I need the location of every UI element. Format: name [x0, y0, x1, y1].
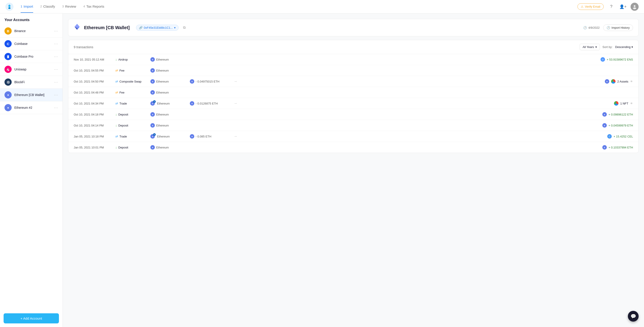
tx-amount-value: - 0.085 ETH	[196, 135, 211, 138]
tx-amount: ♦ - 0.085 ETH	[190, 134, 230, 139]
eth-icon-result: ♦	[602, 145, 607, 150]
avatar[interactable]	[630, 3, 638, 11]
help-button[interactable]: ?	[607, 3, 615, 11]
binance-label: Binance	[14, 29, 54, 33]
eth-cb-wallet-menu[interactable]: ···	[54, 93, 58, 97]
uniswap-label: Uniswap	[14, 68, 54, 71]
coinbase-pro-label: Coinbase Pro	[14, 55, 54, 58]
wallet-name: Ethereum [CB Wallet]	[84, 25, 130, 30]
eye-icon: 👁	[630, 102, 633, 105]
deposit-icon: ↓	[116, 124, 117, 127]
table-row[interactable]: Oct 10, 2021 04:18 PM ↓ Deposit ♦ Ethere…	[68, 109, 638, 120]
coinbase-menu[interactable]: ···	[54, 42, 58, 46]
step-num-4: 4	[83, 5, 85, 8]
wallet-address-button[interactable]: 🔗 0xF45e31Eb88c1C1... ▾	[136, 25, 178, 31]
tx-amount-value: - 0.04975015 ETH	[196, 80, 219, 83]
table-row[interactable]: Oct 10, 2021 04:48 PM ⇄ Fee ♦ Ethereum	[68, 87, 638, 98]
blockfi-label: BlockFi	[14, 80, 54, 84]
logo[interactable]	[6, 3, 14, 11]
sidebar-item-eth-cb-wallet[interactable]: ♦ Ethereum [CB Wallet] ···	[0, 89, 62, 101]
table-row[interactable]: Jan 05, 2021 10:18 PM ⇄ Trade ♦ 6 Ethere…	[68, 131, 638, 142]
sidebar-item-coinbase-pro[interactable]: ▐▌ Coinbase Pro ···	[0, 50, 62, 63]
nav-review-label: Review	[65, 5, 76, 8]
table-row[interactable]: Oct 10, 2021 04:55 PM ⇄ Fee ♦ Ethereum	[68, 65, 638, 76]
uniswap-menu[interactable]: ···	[54, 67, 58, 72]
copy-address-button[interactable]: ⧉	[182, 25, 186, 31]
eth-icon: ♦	[150, 145, 155, 150]
sort-label: Sort by:	[602, 45, 613, 49]
coinbase-label: Coinbase	[14, 42, 54, 46]
sidebar-item-coinbase[interactable]: C Coinbase ···	[0, 38, 62, 50]
tx-asset: ♦ Ethereum	[150, 57, 186, 62]
arrow-icon: →	[234, 134, 237, 138]
tx-type: ↓ Deposit	[116, 124, 147, 127]
coinbase-icon: C	[4, 40, 12, 47]
blockfi-menu[interactable]: ···	[54, 80, 58, 85]
tx-asset: ♦ Ethereum	[150, 68, 186, 73]
sidebar-title: Your Accounts	[0, 14, 62, 25]
step-num-1: 1	[20, 5, 22, 8]
nav-tax-reports[interactable]: 4 Tax Reports	[83, 1, 104, 13]
tx-asset: ♦ 6 Ethereum	[150, 101, 186, 106]
eth2-menu[interactable]: ···	[54, 105, 58, 110]
table-row[interactable]: Oct 10, 2021 04:14 PM ↓ Deposit ♦ Ethere…	[68, 120, 638, 131]
year-filter-dropdown[interactable]: All Years ▾	[580, 44, 600, 50]
nav-classify-label: Classify	[43, 5, 55, 8]
chevron-down-icon-sort: ▾	[632, 45, 633, 49]
eth-icon-result: ♦	[605, 79, 609, 84]
history-icon: 🕐	[606, 26, 610, 29]
eth2-label: Ethereum #2	[14, 106, 54, 109]
tx-type-label: Trade	[120, 135, 127, 138]
add-account-button[interactable]: + Add Account	[4, 313, 59, 323]
tx-date: Oct 10, 2021 04:48 PM	[74, 91, 112, 94]
topnav: 1 Import 2 Classify 3 Review 4 Tax Repor…	[0, 0, 644, 14]
tx-date: Oct 10, 2021 04:34 PM	[74, 102, 112, 105]
step-num-2: 2	[40, 5, 42, 8]
sidebar-item-eth2[interactable]: ♦ Ethereum #2 ···	[0, 101, 62, 114]
sidebar-item-uniswap[interactable]: 🦄 Uniswap ···	[0, 63, 62, 76]
eth-icon: ♦	[190, 101, 194, 106]
wallet-date-value: 4/9/2022	[588, 26, 600, 29]
verify-email-button[interactable]: ⚠ Verify Email	[578, 3, 604, 10]
tx-asset: ♦ Ethereum	[150, 123, 186, 128]
deposit-icon: ↓	[116, 113, 117, 116]
wallet-header-right: 🕐 4/9/2022 🕐 Import History	[583, 25, 633, 31]
eth-icon: ♦	[190, 134, 194, 139]
eth-icon: ♦	[150, 90, 155, 95]
tx-date: Jan 05, 2021 10:01 PM	[74, 146, 112, 149]
tx-asset-name: Ethereum	[156, 69, 169, 72]
binance-menu[interactable]: ···	[54, 29, 58, 34]
tx-asset: ♦ Ethereum	[150, 90, 186, 95]
tx-result: ♦ + 0.10337994 ETH	[602, 145, 633, 150]
nav-classify[interactable]: 2 Classify	[40, 1, 55, 13]
eth-icon-result: ♦	[602, 112, 607, 117]
nav-review[interactable]: 3 Review	[62, 1, 76, 13]
fee-icon: ⇄	[116, 69, 118, 72]
chat-button[interactable]: 💬	[628, 311, 638, 321]
eth-icon: ♦	[150, 57, 155, 62]
table-row[interactable]: Nov 10, 2021 05:12 AM ↓ Airdrop ♦ Ethere…	[68, 54, 638, 65]
sort-dropdown[interactable]: Descending ▾	[615, 45, 633, 49]
add-user-button[interactable]: 👤+	[619, 3, 627, 11]
eth-icon: ♦	[150, 68, 155, 73]
eth-icon: ♦	[150, 123, 155, 128]
binance-icon: B	[4, 27, 12, 35]
table-row[interactable]: Jan 05, 2021 10:01 PM ↓ Deposit ♦ Ethere…	[68, 142, 638, 153]
import-history-button[interactable]: 🕐 Import History	[603, 25, 633, 31]
tx-amount-value: + 0.09896122 ETH	[608, 113, 633, 116]
badge-icon: 6	[153, 100, 156, 103]
sidebar-item-binance[interactable]: B Binance ···	[0, 25, 62, 38]
wallet-header: Ethereum [CB Wallet] 🔗 0xF45e31Eb88c1C1.…	[68, 19, 638, 36]
tx-date: Jan 05, 2021 10:18 PM	[74, 135, 112, 138]
tx-type-label: Deposit	[118, 146, 128, 149]
sidebar-item-blockfi[interactable]: ◎ BlockFi ···	[0, 76, 62, 89]
eth-icon: ♦	[190, 79, 194, 84]
blockfi-icon: ◎	[4, 79, 12, 86]
table-row[interactable]: Oct 10, 2021 04:50 PM ⇄ Composite Swap ♦…	[68, 76, 638, 87]
coinbase-pro-menu[interactable]: ···	[54, 54, 58, 59]
table-row[interactable]: Oct 10, 2021 04:34 PM ⇄ Trade ♦ 6 Ethere…	[68, 98, 638, 109]
tx-amount-value: - 0.0126875 ETH	[196, 102, 218, 105]
eth-icon-result: ♦	[602, 123, 607, 128]
nav-import[interactable]: 1 Import	[20, 1, 33, 13]
main-content: Ethereum [CB Wallet] 🔗 0xF45e31Eb88c1C1.…	[63, 14, 644, 327]
